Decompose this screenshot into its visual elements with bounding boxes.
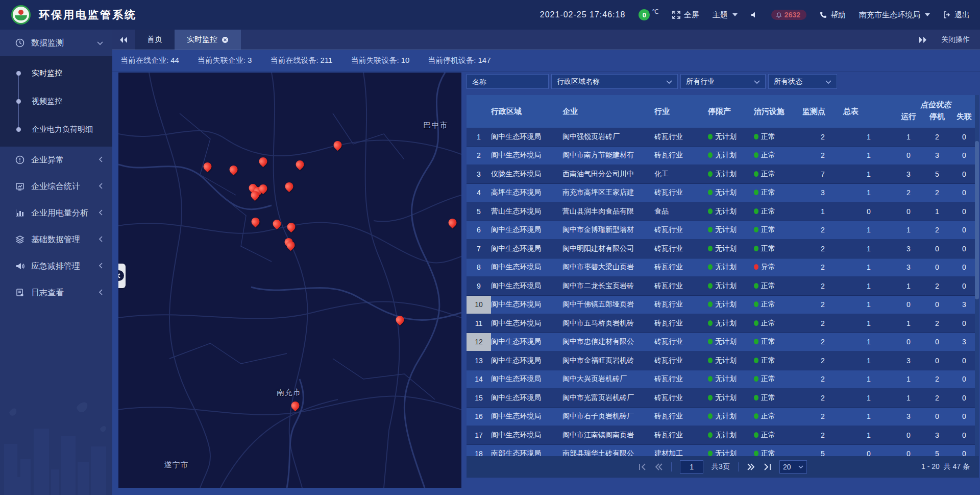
org-dropdown[interactable]: 南充市生态环境局 <box>859 10 930 20</box>
map-pin[interactable] <box>230 166 238 174</box>
map-pin[interactable] <box>203 162 212 171</box>
tabs-scroll-left-button[interactable] <box>112 30 135 50</box>
sidebar-subitem-企业电力负荷明细[interactable]: 企业电力负荷明细 <box>0 115 112 144</box>
table-row[interactable]: 6阆中生态环境局阆中市金博瑞新型墙材砖瓦行业无计划正常21120 <box>467 221 979 240</box>
map-pin[interactable] <box>334 141 342 150</box>
map-pin[interactable] <box>251 191 260 200</box>
sidebar-item-企业异常[interactable]: 企业异常 <box>0 147 112 173</box>
map-pin[interactable] <box>273 220 282 228</box>
content-area: 巴中市南充市遂宁市 行政区域名称 <box>112 72 980 495</box>
last-page-button[interactable] <box>763 463 771 470</box>
logout-button[interactable]: 退出 <box>943 10 970 20</box>
sidebar-item-应急减排管理[interactable]: 应急减排管理 <box>0 253 112 279</box>
region-filter-select[interactable]: 行政区域名称 <box>551 74 678 89</box>
map-pin[interactable] <box>252 218 260 226</box>
sidebar-menu: 数据监测实时监控视频监控企业电力负荷明细企业异常企业综合统计企业用电量分析基础数… <box>0 30 112 306</box>
cell-total-meters: 1 <box>843 245 894 253</box>
theme-dropdown[interactable]: 主题 <box>713 10 738 20</box>
table-row[interactable]: 5营山生态环境局营山县润丰肉食品有限食品无计划正常10010 <box>467 202 979 221</box>
map-pin[interactable] <box>449 219 457 227</box>
prev-page-button[interactable] <box>655 463 663 470</box>
table-row[interactable]: 2阆中生态环境局阆中市南方节能建材有砖瓦行业无计划正常21030 <box>467 147 979 166</box>
table-row[interactable]: 7阆中生态环境局阆中明阳建材有限公司砖瓦行业无计划正常21300 <box>467 240 979 258</box>
map-city-label: 巴中市 <box>424 121 448 130</box>
cell-company: 阆中强锐页岩砖厂 <box>562 132 654 142</box>
table-row[interactable]: 13阆中生态环境局阆中市金福旺页岩机砖砖瓦行业无计划正常21300 <box>467 351 979 370</box>
sidebar-item-企业综合统计[interactable]: 企业综合统计 <box>0 173 112 200</box>
cell-company: 阆中市金福旺页岩机砖 <box>562 356 654 365</box>
tab-实时监控[interactable]: 实时监控 <box>175 30 241 50</box>
map-pin[interactable] <box>287 223 296 231</box>
help-button[interactable]: 帮助 <box>820 10 846 20</box>
industry-filter-select[interactable]: 所有行业 <box>680 74 766 89</box>
sidebar-item-数据监测[interactable]: 数据监测 <box>0 30 112 56</box>
first-page-button[interactable] <box>639 463 647 470</box>
map-pin[interactable] <box>259 157 267 166</box>
cell-stop-status: 无计划 <box>708 188 754 197</box>
table-row[interactable]: 12阆中生态环境局阆中市忠信建材有限公砖瓦行业无计划正常21003 <box>467 333 979 352</box>
stat-value: 147 <box>478 56 491 64</box>
tabs-scroll-right-button[interactable] <box>919 36 927 43</box>
table-row[interactable]: 4高坪生态环境局南充市高坪区王家店建砖瓦行业无计划正常31220 <box>467 184 979 203</box>
cell-monitor-points: 5 <box>802 450 843 456</box>
cell-region: 阆中生态环境局 <box>491 225 562 234</box>
status-dot-green <box>754 451 758 456</box>
cell-company: 西南油气田分公司川中 <box>562 170 654 179</box>
map-pin[interactable] <box>287 241 296 250</box>
cell-total-meters: 1 <box>843 170 894 178</box>
cell-total-meters: 1 <box>843 300 894 309</box>
chevron-left-icon <box>99 288 103 297</box>
name-filter-input[interactable] <box>472 78 543 86</box>
sidebar-subitem-实时监控[interactable]: 实时监控 <box>0 59 112 87</box>
cell-industry: 砖瓦行业 <box>654 188 708 197</box>
page-size-select[interactable]: 20 <box>779 460 807 474</box>
fullscreen-button[interactable]: 全屏 <box>672 10 699 20</box>
sidebar-item-企业用电量分析[interactable]: 企业用电量分析 <box>0 200 112 226</box>
table-scrollbar[interactable] <box>975 95 979 456</box>
table-scrollbar-thumb[interactable] <box>975 141 979 299</box>
table-row[interactable]: 9阆中生态环境局阆中市二龙长宝页岩砖砖瓦行业无计划正常21120 <box>467 277 979 296</box>
table-row[interactable]: 11阆中生态环境局阆中市五马桥页岩机砖砖瓦行业无计划正常21120 <box>467 314 979 333</box>
map-panel[interactable]: 巴中市南充市遂宁市 <box>118 73 461 488</box>
sidebar-subitem-视频监控[interactable]: 视频监控 <box>0 87 112 115</box>
table-row[interactable]: 16阆中生态环境局阆中市石子页岩机砖厂砖瓦行业无计划正常21300 <box>467 408 979 427</box>
cell-industry: 砖瓦行业 <box>654 244 708 253</box>
status-dot-green <box>708 376 713 382</box>
status-filter-select[interactable]: 所有状态 <box>768 74 837 89</box>
page-number-input[interactable] <box>680 460 703 474</box>
next-page-button[interactable] <box>747 463 755 470</box>
cell-row-number: 1 <box>467 128 491 146</box>
tab-首页[interactable]: 首页 <box>135 30 175 50</box>
notification-badge[interactable]: 2632 <box>771 10 806 20</box>
table-row[interactable]: 10阆中生态环境局阆中千佛镇五郎垭页岩砖瓦行业无计划正常21003 <box>467 296 979 315</box>
name-filter-field[interactable] <box>467 74 549 89</box>
cell-industry: 砖瓦行业 <box>654 263 708 272</box>
table-row[interactable]: 3仪陇生态环境局西南油气田分公司川中化工无计划正常71350 <box>467 165 979 184</box>
close-operations-button[interactable]: 关闭操作 <box>941 35 970 44</box>
map-pin[interactable] <box>396 316 405 324</box>
sidebar-item-基础数据管理[interactable]: 基础数据管理 <box>0 226 112 253</box>
table-row[interactable]: 1阆中生态环境局阆中强锐页岩砖厂砖瓦行业无计划正常21120 <box>467 128 979 147</box>
cell-stop-status: 无计划 <box>708 449 754 456</box>
mute-button[interactable] <box>751 11 758 18</box>
map-collapse-button[interactable] <box>118 264 126 288</box>
sidebar-item-日志查看[interactable]: 日志查看 <box>0 279 112 306</box>
cell-treatment-status: 正常 <box>754 337 802 346</box>
stat-value: 3 <box>248 56 252 64</box>
map-pin[interactable] <box>259 184 267 193</box>
table-row[interactable]: 18南部生态环境局南部县瑞华土砖有限公建材加工无计划正常50050 <box>467 445 979 457</box>
table-row[interactable]: 14阆中生态环境局阆中大兴页岩机砖厂砖瓦行业无计划正常21120 <box>467 370 979 389</box>
chevron-left-icon <box>99 208 103 218</box>
cell-stop-status: 无计划 <box>708 431 754 440</box>
stat-label: 当前停机设备: <box>428 56 476 64</box>
status-dot-green <box>708 227 713 232</box>
map-pin[interactable] <box>285 182 294 191</box>
table-row[interactable]: 8阆中生态环境局阆中市枣碧大梁山页岩砖瓦行业无计划异常21300 <box>467 258 979 277</box>
table-row[interactable]: 17阆中生态环境局阆中市江南镇阆南页岩砖瓦行业无计划正常21030 <box>467 426 979 445</box>
map-pin[interactable] <box>296 160 305 169</box>
pin-shape <box>395 314 406 325</box>
tab-close-icon[interactable] <box>222 36 229 43</box>
map-pin[interactable] <box>291 402 300 410</box>
cell-company: 阆中明阳建材有限公司 <box>562 244 654 253</box>
table-row[interactable]: 15阆中生态环境局阆中市光富页岩机砖厂砖瓦行业无计划正常21120 <box>467 389 979 408</box>
